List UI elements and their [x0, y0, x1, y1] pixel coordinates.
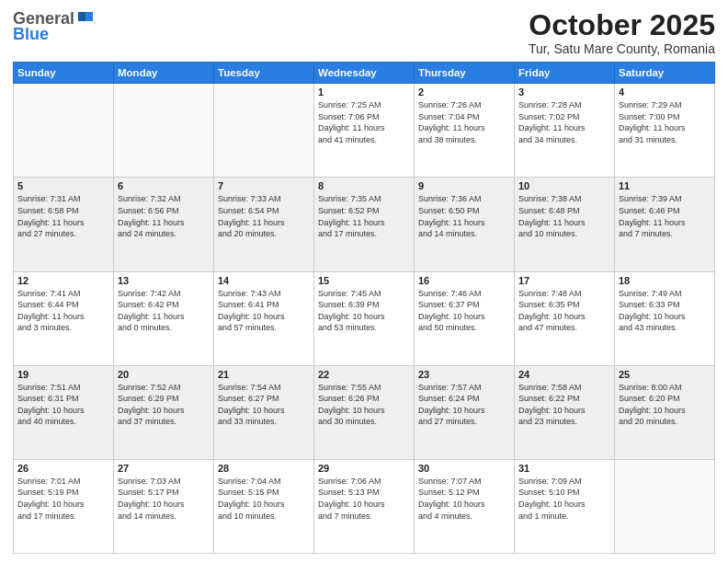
- day-number: 4: [619, 86, 711, 98]
- day-number: 27: [118, 463, 210, 474]
- day-info: Sunrise: 7:01 AM Sunset: 5:19 PM Dayligh…: [17, 476, 109, 522]
- table-row: [14, 84, 114, 178]
- table-row: 13Sunrise: 7:42 AM Sunset: 6:42 PM Dayli…: [114, 271, 214, 365]
- day-info: Sunrise: 7:57 AM Sunset: 6:24 PM Dayligh…: [418, 382, 510, 428]
- day-info: Sunrise: 7:38 AM Sunset: 6:48 PM Dayligh…: [518, 193, 610, 239]
- table-row: 31Sunrise: 7:09 AM Sunset: 5:10 PM Dayli…: [515, 459, 615, 553]
- day-info: Sunrise: 7:33 AM Sunset: 6:54 PM Dayligh…: [218, 193, 310, 239]
- day-number: 1: [318, 86, 410, 98]
- col-saturday: Saturday: [615, 63, 715, 84]
- calendar-week-row: 1Sunrise: 7:25 AM Sunset: 7:06 PM Daylig…: [14, 84, 715, 178]
- day-number: 24: [518, 369, 610, 380]
- day-info: Sunrise: 7:35 AM Sunset: 6:52 PM Dayligh…: [318, 193, 410, 239]
- table-row: 14Sunrise: 7:43 AM Sunset: 6:41 PM Dayli…: [214, 271, 314, 365]
- table-row: 3Sunrise: 7:28 AM Sunset: 7:02 PM Daylig…: [515, 84, 615, 178]
- day-number: 9: [418, 180, 510, 191]
- day-info: Sunrise: 7:46 AM Sunset: 6:37 PM Dayligh…: [418, 288, 510, 334]
- day-number: 12: [17, 275, 109, 286]
- day-number: 19: [17, 369, 109, 380]
- day-info: Sunrise: 7:09 AM Sunset: 5:10 PM Dayligh…: [518, 476, 610, 522]
- page: General Blue October 2025 Tur, Satu Mare…: [0, 0, 728, 563]
- table-row: [615, 459, 715, 553]
- day-number: 18: [619, 275, 711, 286]
- table-row: 6Sunrise: 7:32 AM Sunset: 6:56 PM Daylig…: [114, 178, 214, 271]
- table-row: 17Sunrise: 7:48 AM Sunset: 6:35 PM Dayli…: [515, 271, 615, 365]
- day-info: Sunrise: 7:32 AM Sunset: 6:56 PM Dayligh…: [118, 193, 210, 239]
- table-row: 12Sunrise: 7:41 AM Sunset: 6:44 PM Dayli…: [14, 271, 114, 365]
- day-info: Sunrise: 7:58 AM Sunset: 6:22 PM Dayligh…: [518, 382, 610, 428]
- table-row: 24Sunrise: 7:58 AM Sunset: 6:22 PM Dayli…: [515, 365, 615, 459]
- day-number: 28: [218, 463, 310, 474]
- day-info: Sunrise: 7:51 AM Sunset: 6:31 PM Dayligh…: [17, 382, 109, 428]
- day-number: 17: [518, 275, 610, 286]
- day-number: 22: [318, 369, 410, 380]
- day-info: Sunrise: 7:28 AM Sunset: 7:02 PM Dayligh…: [518, 99, 610, 145]
- table-row: 23Sunrise: 7:57 AM Sunset: 6:24 PM Dayli…: [415, 365, 515, 459]
- day-number: 13: [118, 275, 210, 286]
- col-thursday: Thursday: [415, 63, 515, 84]
- table-row: 18Sunrise: 7:49 AM Sunset: 6:33 PM Dayli…: [615, 271, 715, 365]
- day-info: Sunrise: 7:29 AM Sunset: 7:00 PM Dayligh…: [619, 99, 711, 145]
- day-number: 23: [418, 369, 510, 380]
- header: General Blue October 2025 Tur, Satu Mare…: [13, 9, 715, 56]
- table-row: 7Sunrise: 7:33 AM Sunset: 6:54 PM Daylig…: [214, 178, 314, 271]
- logo-blue-text: Blue: [13, 25, 49, 44]
- table-row: 5Sunrise: 7:31 AM Sunset: 6:58 PM Daylig…: [14, 178, 114, 271]
- calendar-week-row: 5Sunrise: 7:31 AM Sunset: 6:58 PM Daylig…: [14, 178, 715, 271]
- col-sunday: Sunday: [14, 63, 114, 84]
- day-number: 15: [318, 275, 410, 286]
- day-info: Sunrise: 7:31 AM Sunset: 6:58 PM Dayligh…: [17, 193, 109, 239]
- logo-flag-icon: [76, 12, 93, 27]
- table-row: 10Sunrise: 7:38 AM Sunset: 6:48 PM Dayli…: [515, 178, 615, 271]
- table-row: 4Sunrise: 7:29 AM Sunset: 7:00 PM Daylig…: [615, 84, 715, 178]
- day-number: 5: [17, 180, 109, 191]
- table-row: 25Sunrise: 8:00 AM Sunset: 6:20 PM Dayli…: [615, 365, 715, 459]
- table-row: 22Sunrise: 7:55 AM Sunset: 6:26 PM Dayli…: [314, 365, 415, 459]
- day-number: 21: [218, 369, 310, 380]
- day-info: Sunrise: 7:45 AM Sunset: 6:39 PM Dayligh…: [318, 288, 410, 334]
- day-info: Sunrise: 7:04 AM Sunset: 5:15 PM Dayligh…: [218, 476, 310, 522]
- table-row: 1Sunrise: 7:25 AM Sunset: 7:06 PM Daylig…: [314, 84, 415, 178]
- table-row: [214, 84, 314, 178]
- table-row: 11Sunrise: 7:39 AM Sunset: 6:46 PM Dayli…: [615, 178, 715, 271]
- logo: General Blue: [13, 9, 93, 44]
- day-info: Sunrise: 7:54 AM Sunset: 6:27 PM Dayligh…: [218, 382, 310, 428]
- page-subtitle: Tur, Satu Mare County, Romania: [529, 41, 715, 56]
- table-row: 9Sunrise: 7:36 AM Sunset: 6:50 PM Daylig…: [415, 178, 515, 271]
- page-title: October 2025: [529, 9, 715, 41]
- day-info: Sunrise: 7:43 AM Sunset: 6:41 PM Dayligh…: [218, 288, 310, 334]
- calendar-week-row: 26Sunrise: 7:01 AM Sunset: 5:19 PM Dayli…: [14, 459, 715, 553]
- table-row: 16Sunrise: 7:46 AM Sunset: 6:37 PM Dayli…: [415, 271, 515, 365]
- day-info: Sunrise: 7:55 AM Sunset: 6:26 PM Dayligh…: [318, 382, 410, 428]
- day-info: Sunrise: 7:49 AM Sunset: 6:33 PM Dayligh…: [619, 288, 711, 334]
- table-row: 15Sunrise: 7:45 AM Sunset: 6:39 PM Dayli…: [314, 271, 415, 365]
- title-block: October 2025 Tur, Satu Mare County, Roma…: [529, 9, 715, 56]
- day-number: 11: [619, 180, 711, 191]
- day-info: Sunrise: 8:00 AM Sunset: 6:20 PM Dayligh…: [619, 382, 711, 428]
- calendar-week-row: 12Sunrise: 7:41 AM Sunset: 6:44 PM Dayli…: [14, 271, 715, 365]
- table-row: [114, 84, 214, 178]
- table-row: 27Sunrise: 7:03 AM Sunset: 5:17 PM Dayli…: [114, 459, 214, 553]
- day-number: 6: [118, 180, 210, 191]
- table-row: 29Sunrise: 7:06 AM Sunset: 5:13 PM Dayli…: [314, 459, 415, 553]
- table-row: 20Sunrise: 7:52 AM Sunset: 6:29 PM Dayli…: [114, 365, 214, 459]
- table-row: 2Sunrise: 7:26 AM Sunset: 7:04 PM Daylig…: [415, 84, 515, 178]
- table-row: 26Sunrise: 7:01 AM Sunset: 5:19 PM Dayli…: [14, 459, 114, 553]
- day-info: Sunrise: 7:42 AM Sunset: 6:42 PM Dayligh…: [118, 288, 210, 334]
- day-number: 2: [418, 86, 510, 98]
- day-info: Sunrise: 7:25 AM Sunset: 7:06 PM Dayligh…: [318, 99, 410, 145]
- day-info: Sunrise: 7:48 AM Sunset: 6:35 PM Dayligh…: [518, 288, 610, 334]
- svg-marker-1: [78, 12, 85, 21]
- col-tuesday: Tuesday: [214, 63, 314, 84]
- table-row: 30Sunrise: 7:07 AM Sunset: 5:12 PM Dayli…: [415, 459, 515, 553]
- day-info: Sunrise: 7:03 AM Sunset: 5:17 PM Dayligh…: [118, 476, 210, 522]
- day-info: Sunrise: 7:52 AM Sunset: 6:29 PM Dayligh…: [118, 382, 210, 428]
- day-number: 29: [318, 463, 410, 474]
- day-info: Sunrise: 7:36 AM Sunset: 6:50 PM Dayligh…: [418, 193, 510, 239]
- day-number: 30: [418, 463, 510, 474]
- day-number: 7: [218, 180, 310, 191]
- day-info: Sunrise: 7:41 AM Sunset: 6:44 PM Dayligh…: [17, 288, 109, 334]
- day-number: 3: [518, 86, 610, 98]
- day-number: 20: [118, 369, 210, 380]
- col-friday: Friday: [515, 63, 615, 84]
